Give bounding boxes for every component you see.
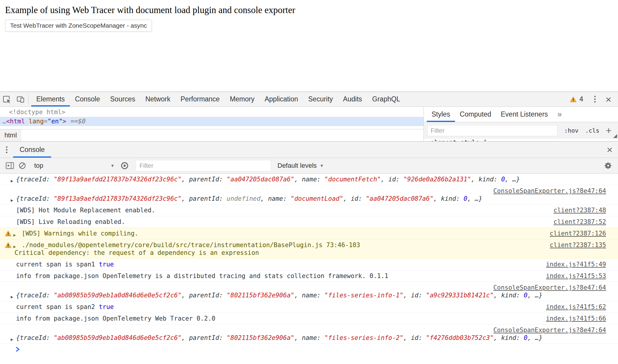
tab-memory[interactable]: Memory xyxy=(225,92,260,106)
clear-console-icon[interactable] xyxy=(16,162,29,170)
console-messages: ▶{traceId: "89f13a9aefdd217837b74326df23… xyxy=(0,174,618,364)
object-preview: ▶{traceId: "ab08985b59d9eb1a0d846d6e0e5c… xyxy=(0,334,606,342)
console-drawer-header: Console × xyxy=(0,142,618,158)
source-link-line: ConsoleSpanExporter.js?8e47:64 xyxy=(0,187,606,195)
tab-graphql[interactable]: GraphQL xyxy=(367,92,405,106)
warning-text: client?2387:126▶[WDS] Warnings while com… xyxy=(0,230,606,237)
log-levels-select[interactable]: Default levels ▼ xyxy=(277,162,324,170)
more-tabs-icon[interactable]: » xyxy=(557,110,562,119)
warning-text: Critical dependency: the request of a de… xyxy=(0,249,606,257)
dom-selected-node[interactable]: …<html lang="en">==$0 xyxy=(0,117,423,126)
devtools-tabs: ElementsConsoleSourcesNetworkPerformance… xyxy=(31,92,405,106)
styles-rule-clipped: element.style { xyxy=(424,139,618,141)
console-sidebar-toggle-icon[interactable] xyxy=(4,162,16,170)
toolbar-right-cluster: 4 × xyxy=(567,92,618,106)
log-text: index.js?41f5:66info from package.json O… xyxy=(0,315,606,322)
dom-tag-open: <html xyxy=(6,118,25,125)
source-link[interactable]: client?2387:48 xyxy=(553,206,606,214)
javascript-context-select[interactable]: top ▼ xyxy=(34,162,114,170)
source-link-line: ConsoleSpanExporter.js?8e47:64 xyxy=(0,284,606,291)
inspect-element-icon[interactable] xyxy=(0,92,14,106)
console-prompt[interactable] xyxy=(0,343,618,357)
device-toolbar-icon[interactable] xyxy=(14,92,27,106)
console-filter-input[interactable] xyxy=(136,160,271,171)
tab-elements[interactable]: Elements xyxy=(31,92,70,106)
styles-filter-row: :hov .cls + xyxy=(424,122,618,139)
tab-console-drawer[interactable]: Console xyxy=(13,142,51,158)
console-settings-gear-icon[interactable] xyxy=(602,161,614,170)
devtools-close-icon[interactable]: × xyxy=(601,94,616,104)
page-title: Example of using Web Tracer with documen… xyxy=(0,0,618,15)
console-message: index.js?41f5:62current span is span2 tr… xyxy=(0,301,618,313)
drawer-close-icon[interactable]: × xyxy=(601,142,618,158)
new-style-rule-icon[interactable]: + xyxy=(606,126,611,135)
source-link[interactable]: index.js?41f5:66 xyxy=(546,315,606,322)
boolean-value: true xyxy=(95,261,114,268)
devtools-main-toolbar: ElementsConsoleSourcesNetworkPerformance… xyxy=(0,92,618,107)
test-webtracer-button[interactable]: Test WebTracer with ZoneScopeManager - a… xyxy=(5,20,152,32)
console-message: index.js?41f5:49current span is span1 tr… xyxy=(0,259,618,270)
tab-sources[interactable]: Sources xyxy=(105,92,140,106)
console-message: ▶{traceId: "89f13a9aefdd217837b74326df23… xyxy=(0,174,618,185)
tab-performance[interactable]: Performance xyxy=(175,92,225,106)
tab-security[interactable]: Security xyxy=(303,92,338,106)
disclosure-triangle-icon[interactable]: ▶ xyxy=(11,335,13,343)
devtools-menu-icon[interactable] xyxy=(588,96,601,103)
console-message: index.js?41f5:66info from package.json O… xyxy=(0,313,618,324)
chevron-down-icon: ▼ xyxy=(110,163,114,168)
source-link[interactable]: ConsoleSpanExporter.js?8e47:64 xyxy=(493,284,606,291)
object-preview: ▶{traceId: "ab08985b59d9eb1a0d846d6e0e5c… xyxy=(0,291,606,299)
source-link[interactable]: index.js?41f5:53 xyxy=(546,272,606,280)
source-link[interactable]: ConsoleSpanExporter.js?8e47:64 xyxy=(493,187,606,194)
styles-filter-input[interactable] xyxy=(427,125,558,136)
tab-computed[interactable]: Computed xyxy=(455,107,496,122)
log-text: index.js?41f5:62current span is span2 tr… xyxy=(0,303,606,311)
tab-audits[interactable]: Audits xyxy=(338,92,367,106)
tab-event-listeners[interactable]: Event Listeners xyxy=(496,107,553,122)
disclosure-triangle-icon[interactable]: ▶ xyxy=(11,293,13,301)
live-expression-eye-icon[interactable] xyxy=(118,161,131,170)
disclosure-triangle-icon[interactable]: ▶ xyxy=(11,177,13,185)
dom-breadcrumb-bar: html xyxy=(0,129,423,141)
dom-attr-value: "en" xyxy=(48,118,63,125)
tab-network[interactable]: Network xyxy=(140,92,175,106)
source-link[interactable]: client?2387:126 xyxy=(550,230,606,237)
console-message: ConsoleSpanExporter.js?8e47:64▶{traceId:… xyxy=(0,282,618,301)
dom-doctype-line[interactable]: <!doctype html> xyxy=(0,107,423,117)
console-toolbar: top ▼ Default levels ▼ xyxy=(0,158,618,174)
tab-application[interactable]: Application xyxy=(260,92,303,106)
dom-eq-marker: == xyxy=(70,118,78,125)
disclosure-triangle-icon[interactable]: ▶ xyxy=(13,231,16,239)
drawer-menu-icon[interactable] xyxy=(0,142,13,158)
console-message: client?2387:135▶./node_modules/@opentele… xyxy=(0,239,618,259)
levels-value: Default levels xyxy=(277,162,317,170)
dom-tag-close: > xyxy=(62,118,66,125)
tab-console[interactable]: Console xyxy=(70,92,105,106)
console-message: index.js?41f5:53info from package.json O… xyxy=(0,270,618,282)
pseudo-state-toggle[interactable]: :hov xyxy=(564,127,578,134)
source-link-line: ConsoleSpanExporter.js?8e47:64 xyxy=(0,326,606,334)
devtools-main: <!doctype html> …<html lang="en">==$0 ht… xyxy=(0,107,618,141)
element-classes-toggle[interactable]: .cls xyxy=(585,127,599,134)
source-link[interactable]: index.js?41f5:62 xyxy=(546,303,606,311)
dom-ellipsis: … xyxy=(2,118,6,125)
tab-styles[interactable]: Styles xyxy=(427,107,455,122)
console-message: client?2387:52[WDS] Live Reloading enabl… xyxy=(0,216,618,228)
source-link[interactable]: client?2387:135 xyxy=(550,241,606,249)
warning-text: client?2387:135▶./node_modules/@opentele… xyxy=(0,241,606,249)
source-link[interactable]: client?2387:52 xyxy=(553,218,606,226)
console-message: client?2387:48[WDS] Hot Module Replaceme… xyxy=(0,204,618,216)
dom-attr-eq: = xyxy=(44,118,48,125)
breadcrumb-html[interactable]: html xyxy=(0,129,21,141)
disclosure-triangle-icon[interactable]: ▶ xyxy=(11,196,13,204)
console-message: ConsoleSpanExporter.js?8e47:64▶{traceId:… xyxy=(0,185,618,204)
resize-corner-icon[interactable] xyxy=(613,134,617,138)
warning-count-badge[interactable]: 4 xyxy=(567,95,586,103)
prompt-chevron-icon xyxy=(15,346,20,352)
webpage-content: Example of using Web Tracer with documen… xyxy=(0,0,618,92)
dom-dollar-zero: $0 xyxy=(78,118,85,125)
source-link[interactable]: index.js?41f5:49 xyxy=(546,261,606,268)
source-link[interactable]: ConsoleSpanExporter.js?8e47:64 xyxy=(493,327,606,334)
toolbar-separator xyxy=(28,95,29,103)
object-preview: ▶{traceId: "89f13a9aefdd217837b74326df23… xyxy=(0,175,606,183)
